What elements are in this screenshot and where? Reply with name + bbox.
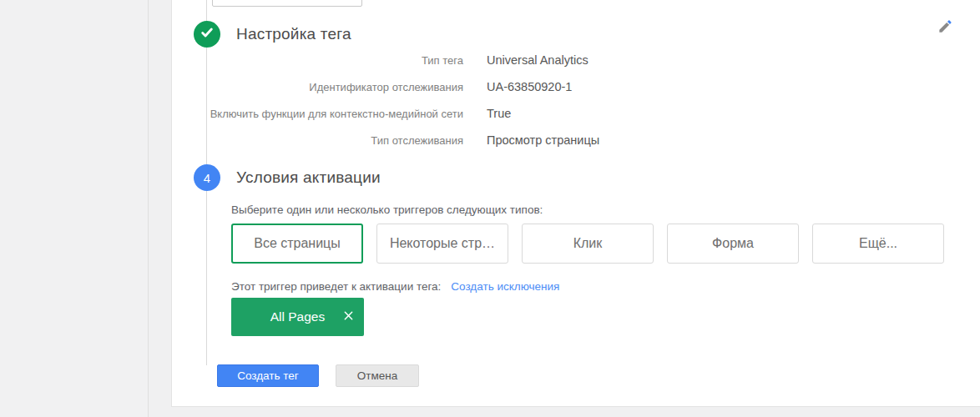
field-value: Universal Analytics [487, 53, 589, 67]
pencil-icon [937, 18, 953, 38]
trigger-chip-label: All Pages [270, 309, 325, 324]
cancel-button[interactable]: Отмена [336, 364, 419, 387]
trigger-type-all-pages[interactable]: Все страницы [231, 224, 363, 264]
field-row: Включить функции для контекстно-медийной… [172, 100, 599, 127]
check-icon [199, 24, 215, 44]
tag-setup-title: Настройка тега [236, 25, 351, 43]
fire-note-row: Этот триггер приведет к активации тега:С… [231, 280, 559, 293]
trigger-type-some-pages[interactable]: Некоторые стр… [376, 224, 508, 264]
trigger-instruction: Выберите один или несколько триггеров сл… [231, 203, 543, 216]
field-label: Идентификатор отслеживания [172, 81, 463, 93]
trigger-type-more[interactable]: Ещё... [812, 224, 944, 264]
tag-editor-card: Настройка тега Тип тега Universal Analyt… [171, 0, 980, 407]
left-sidebar [0, 0, 148, 417]
field-value: UA-63850920-1 [487, 80, 572, 93]
step-number-badge: 4 [194, 164, 220, 191]
field-name-input-partial[interactable] [212, 0, 362, 7]
triggering-title: Условия активации [236, 168, 381, 187]
trigger-type-buttons: Все страницы Некоторые стр… Клик Форма Е… [231, 224, 944, 264]
field-row: Тип тега Universal Analytics [172, 47, 599, 73]
tag-settings-summary: Тип тега Universal Analytics Идентификат… [172, 47, 599, 153]
step-complete-badge [194, 21, 220, 48]
field-row: Тип отслеживания Просмотр страницы [172, 127, 599, 153]
step-number: 4 [204, 171, 210, 185]
create-exceptions-link[interactable]: Создать исключения [451, 280, 559, 293]
fire-note: Этот триггер приведет к активации тега: [231, 280, 441, 293]
trigger-type-form[interactable]: Форма [667, 224, 799, 264]
remove-trigger-button[interactable] [341, 298, 356, 336]
trigger-type-click[interactable]: Клик [522, 224, 654, 264]
field-label: Включить функции для контекстно-медийной… [172, 108, 463, 120]
close-icon [343, 309, 354, 324]
field-label: Тип тега [172, 54, 463, 67]
create-tag-button[interactable]: Создать тег [217, 364, 319, 387]
field-value: True [487, 107, 511, 120]
sidebar-divider [148, 0, 149, 417]
field-value: Просмотр страницы [487, 133, 599, 147]
field-row: Идентификатор отслеживания UA-63850920-1 [172, 73, 599, 100]
trigger-chip-all-pages[interactable]: All Pages [231, 298, 364, 336]
edit-tag-button[interactable] [935, 18, 955, 38]
field-label: Тип отслеживания [172, 134, 463, 147]
